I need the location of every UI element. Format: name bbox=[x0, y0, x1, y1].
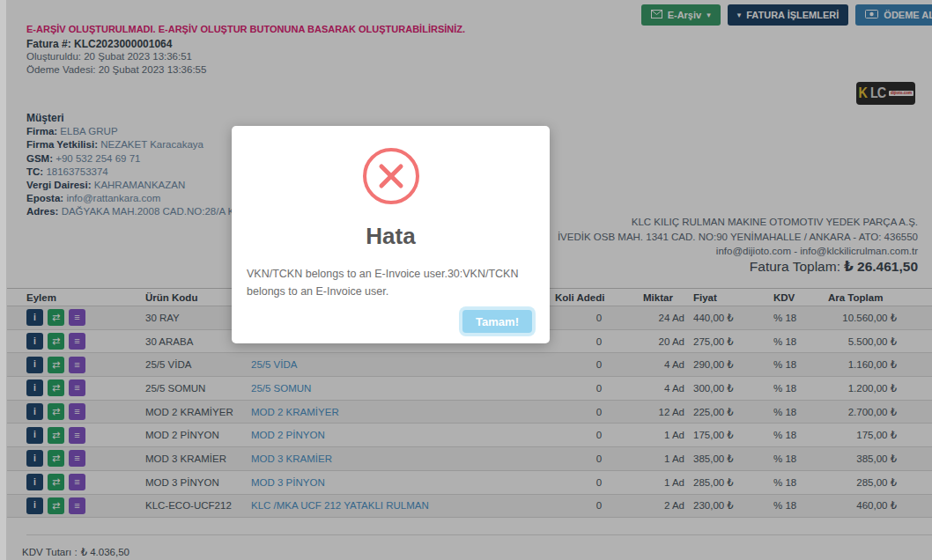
kdv: % 18 bbox=[766, 494, 828, 518]
list-icon: ≡ bbox=[74, 383, 79, 393]
koli-adedi: 0 bbox=[555, 400, 643, 424]
company-name: KLC KILIÇ RULMAN MAKINE OTOMOTIV YEDEK P… bbox=[558, 215, 918, 230]
error-x-icon bbox=[362, 147, 420, 209]
list-button[interactable]: ≡ bbox=[69, 333, 85, 350]
header-ara-toplam: Ara Toplam bbox=[828, 289, 897, 306]
fatura-islemleri-label: FATURA İŞLEMLERİ bbox=[746, 10, 839, 20]
miktar: 2 Ad bbox=[643, 494, 684, 518]
table-row: i ⇄ ≡ MOD 2 KRAMİYER MOD 2 KRAMİYER 0 12… bbox=[7, 400, 932, 424]
miktar: 1 Ad bbox=[643, 447, 684, 471]
fatura-islemleri-button[interactable]: ▾ FATURA İŞLEMLERİ bbox=[728, 4, 849, 26]
earsiv-warning-text: E-ARŞİV OLUŞTURULMADI. E-ARŞİV OLUŞTUR B… bbox=[26, 24, 465, 34]
header-eylem: Eylem bbox=[7, 289, 145, 306]
product-link[interactable]: 25/5 SOMUN bbox=[251, 383, 311, 394]
kdv-total: KDV Tutarı :₺ 4.036,50 bbox=[22, 546, 129, 558]
header-kdv: KDV bbox=[766, 289, 828, 306]
transfer-button[interactable]: ⇄ bbox=[48, 403, 64, 420]
list-button[interactable]: ≡ bbox=[69, 379, 85, 396]
ara-toplam: 2.700,00 ₺ bbox=[828, 400, 897, 424]
kdv-total-value: ₺ 4.036,50 bbox=[81, 547, 129, 557]
company-info: KLC KILIÇ RULMAN MAKINE OTOMOTIV YEDEK P… bbox=[558, 215, 918, 259]
list-icon: ≡ bbox=[74, 336, 79, 346]
info-icon: i bbox=[33, 313, 36, 322]
miktar: 1 Ad bbox=[643, 424, 684, 447]
info-button[interactable]: i bbox=[26, 379, 43, 396]
product-code: MOD 3 KRAMİER bbox=[145, 447, 251, 471]
product-link[interactable]: MOD 2 KRAMİYER bbox=[251, 407, 339, 417]
info-button[interactable]: i bbox=[26, 403, 43, 420]
list-icon: ≡ bbox=[74, 477, 79, 487]
modal-confirm-button[interactable]: Tamam! bbox=[462, 310, 532, 333]
header-actions: E-Arşiv ▾ ▾ FATURA İŞLEMLERİ ÖDEME AL bbox=[641, 4, 932, 26]
info-button[interactable]: i bbox=[26, 309, 43, 326]
invoice-total-value: ₺ 26.461,50 bbox=[844, 259, 918, 274]
fiyat: 275,00 ₺ bbox=[684, 329, 766, 353]
created-date: Oluşturuldu: 20 Şubat 2023 13:36:51 bbox=[26, 51, 192, 62]
list-icon: ≡ bbox=[74, 407, 79, 416]
list-icon: ≡ bbox=[74, 501, 79, 511]
list-button[interactable]: ≡ bbox=[69, 309, 85, 326]
ara-toplam: 385,00 ₺ bbox=[828, 447, 897, 471]
odeme-al-button[interactable]: ÖDEME AL bbox=[855, 4, 932, 26]
transfer-button[interactable]: ⇄ bbox=[48, 309, 64, 326]
transfer-arrows-icon: ⇄ bbox=[52, 407, 60, 416]
info-button[interactable]: i bbox=[26, 474, 43, 490]
koli-adedi: 0 bbox=[555, 470, 643, 494]
ara-toplam: 175,00 ₺ bbox=[828, 424, 897, 447]
header-fiyat: Fiyat bbox=[684, 289, 766, 306]
list-button[interactable]: ≡ bbox=[69, 497, 85, 514]
due-date: Ödeme Vadesi: 20 Şubat 2023 13:36:55 bbox=[26, 64, 206, 75]
product-link[interactable]: MOD 3 PİNYON bbox=[251, 477, 325, 488]
miktar: 1 Ad bbox=[643, 470, 684, 494]
transfer-arrows-icon: ⇄ bbox=[52, 501, 60, 511]
error-modal: Hata VKN/TCKN belongs to an E-Invoice us… bbox=[232, 126, 550, 343]
list-button[interactable]: ≡ bbox=[69, 450, 85, 467]
koli-adedi: 0 bbox=[555, 377, 643, 401]
logo-k: K bbox=[859, 86, 868, 100]
info-button[interactable]: i bbox=[26, 357, 43, 373]
transfer-arrows-icon: ⇄ bbox=[52, 360, 60, 370]
product-link[interactable]: MOD 3 KRAMİER bbox=[251, 453, 332, 464]
fiyat: 300,00 ₺ bbox=[684, 377, 766, 401]
product-link[interactable]: KLC /MKA UCF 212 YATAKLI RULMAN bbox=[251, 500, 429, 511]
earsiv-dropdown-button[interactable]: E-Arşiv ▾ bbox=[641, 4, 721, 26]
info-button[interactable]: i bbox=[26, 333, 43, 350]
transfer-arrows-icon: ⇄ bbox=[52, 336, 60, 346]
info-button[interactable]: i bbox=[26, 450, 43, 467]
invoice-total-label: Fatura Toplam: bbox=[750, 259, 840, 274]
miktar: 4 Ad bbox=[643, 377, 684, 401]
product-link[interactable]: MOD 2 PİNYON bbox=[251, 430, 325, 440]
list-button[interactable]: ≡ bbox=[69, 427, 85, 444]
odeme-al-label: ÖDEME AL bbox=[884, 10, 932, 20]
transfer-button[interactable]: ⇄ bbox=[48, 357, 64, 373]
envelope-icon bbox=[651, 10, 662, 20]
transfer-button[interactable]: ⇄ bbox=[48, 450, 64, 467]
ara-toplam: 10.560,00 ₺ bbox=[828, 306, 897, 330]
company-emails: info@dijioto.com - info@klckilicrulman.c… bbox=[558, 244, 918, 259]
info-button[interactable]: i bbox=[26, 427, 43, 444]
kdv: % 18 bbox=[766, 424, 828, 447]
transfer-button[interactable]: ⇄ bbox=[48, 333, 64, 350]
transfer-button[interactable]: ⇄ bbox=[48, 379, 64, 396]
transfer-arrows-icon: ⇄ bbox=[52, 477, 60, 487]
list-button[interactable]: ≡ bbox=[69, 403, 85, 420]
list-button[interactable]: ≡ bbox=[69, 357, 85, 373]
ara-toplam: 460,00 ₺ bbox=[828, 494, 897, 518]
transfer-button[interactable]: ⇄ bbox=[48, 427, 64, 444]
ara-toplam: 285,00 ₺ bbox=[828, 470, 897, 494]
product-link[interactable]: 25/5 VİDA bbox=[251, 359, 297, 370]
table-row: i ⇄ ≡ MOD 3 KRAMİER MOD 3 KRAMİER 0 1 Ad… bbox=[7, 447, 932, 471]
logo-lc: LC bbox=[870, 86, 885, 100]
kdv: % 18 bbox=[766, 306, 828, 330]
info-icon: i bbox=[33, 384, 36, 393]
transfer-button[interactable]: ⇄ bbox=[48, 474, 64, 490]
fiyat: 175,00 ₺ bbox=[684, 424, 766, 447]
product-code: MOD 2 KRAMİYER bbox=[145, 400, 251, 424]
klc-logo: K LC dijioto.com bbox=[856, 82, 915, 105]
transfer-arrows-icon: ⇄ bbox=[52, 383, 60, 393]
list-button[interactable]: ≡ bbox=[69, 474, 85, 490]
info-button[interactable]: i bbox=[26, 497, 43, 514]
list-icon: ≡ bbox=[74, 431, 79, 440]
transfer-button[interactable]: ⇄ bbox=[48, 497, 64, 514]
list-icon: ≡ bbox=[74, 453, 79, 463]
